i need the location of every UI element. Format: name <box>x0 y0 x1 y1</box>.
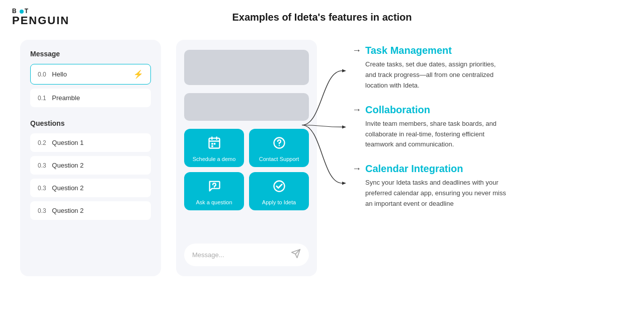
feature-task-management-desc: Create tasks, set due dates, assign prio… <box>365 59 506 91</box>
question-id-2: 0.3 <box>38 162 46 169</box>
question-item-1[interactable]: 0.2 Question 1 <box>30 133 151 152</box>
main-content: Message 0.0 Hello ⚡ 0.1 Preamble <box>0 35 644 281</box>
feature-calendar-desc: Sync your Ideta tasks and deadlines with… <box>365 178 506 209</box>
message-item-hello[interactable]: 0.0 Hello ⚡ <box>30 64 151 85</box>
message-item-inner-preamble: 0.1 Preamble <box>38 94 143 102</box>
chat-question-icon <box>207 179 221 196</box>
chat-text-placeholder <box>184 93 309 121</box>
item-label-hello: Hello <box>52 70 67 78</box>
question-id-4: 0.3 <box>38 207 46 214</box>
message-item-inner: 0.0 Hello ⚡ <box>38 69 143 79</box>
question-label-1: Question 1 <box>52 139 84 146</box>
questions-list: 0.2 Question 1 0.3 Question 2 0.3 Questi… <box>30 133 151 220</box>
logo-wrapper: BT PENGUIN <box>12 8 69 27</box>
feature-collaboration-desc: Invite team members, share task boards, … <box>365 119 506 150</box>
arrow-icon-3: → <box>352 164 361 174</box>
chat-btn-schedule-demo[interactable]: Schedule a demo <box>184 129 244 167</box>
logo-area: BT PENGUIN <box>12 8 69 27</box>
svg-point-8 <box>278 145 279 146</box>
page-title-area: Examples of Ideta's features in action <box>232 12 412 23</box>
chat-btn-apply-ideta[interactable]: Apply to Ideta <box>249 172 309 210</box>
question-id-1: 0.2 <box>38 139 46 146</box>
right-section: → Task Management Create tasks, set due … <box>332 40 624 222</box>
feature-calendar-integration: → Calendar Integration Sync your Ideta t… <box>352 163 624 209</box>
svg-rect-5 <box>213 143 215 145</box>
feature-calendar-title: → Calendar Integration <box>352 163 624 175</box>
page-title: Examples of Ideta's features in action <box>232 12 412 23</box>
message-item-preamble[interactable]: 0.1 Preamble <box>30 89 151 107</box>
ask-question-label: Ask a question <box>196 199 232 205</box>
lightning-icon: ⚡ <box>133 69 143 79</box>
apply-ideta-label: Apply to Ideta <box>262 199 296 205</box>
question-item-2[interactable]: 0.3 Question 2 <box>30 156 151 175</box>
schedule-demo-label: Schedule a demo <box>193 156 236 162</box>
chat-buttons-grid: Schedule a demo Contact Support <box>184 129 309 210</box>
questions-section: Questions 0.2 Question 1 0.3 Question 2 … <box>30 119 151 220</box>
feature-collaboration: → Collaboration Invite team members, sha… <box>352 104 624 150</box>
svg-rect-6 <box>211 145 213 147</box>
chat-btn-ask-question[interactable]: Ask a question <box>184 172 244 210</box>
send-icon <box>291 249 301 261</box>
question-circle-icon <box>272 136 286 153</box>
message-section-label: Message <box>30 50 151 58</box>
question-label-3: Question 2 <box>52 184 84 192</box>
question-item-4[interactable]: 0.3 Question 2 <box>30 201 151 220</box>
logo-penguin-text: PENGUIN <box>12 15 69 27</box>
chat-input-area[interactable]: Message... <box>184 244 309 266</box>
middle-panel: Schedule a demo Contact Support <box>176 40 317 276</box>
item-label-preamble: Preamble <box>52 94 80 102</box>
header: BT PENGUIN Examples of Ideta's features … <box>0 0 644 35</box>
question-id-3: 0.3 <box>38 185 46 192</box>
feature-collaboration-title: → Collaboration <box>352 104 624 116</box>
chat-image-placeholder <box>184 50 309 85</box>
question-item-3[interactable]: 0.3 Question 2 <box>30 179 151 197</box>
question-label-4: Question 2 <box>52 207 84 214</box>
feature-task-management: → Task Management Create tasks, set due … <box>352 45 624 91</box>
item-id-preamble: 0.1 <box>38 95 46 102</box>
right-panel: → Task Management Create tasks, set due … <box>332 40 624 222</box>
arrow-icon-2: → <box>352 105 361 115</box>
svg-point-9 <box>214 187 215 188</box>
chat-input-placeholder: Message... <box>192 251 224 259</box>
calendar-icon <box>207 136 221 153</box>
feature-task-management-title: → Task Management <box>352 45 624 56</box>
questions-section-label: Questions <box>30 119 151 127</box>
contact-support-label: Contact Support <box>259 156 299 162</box>
logo-dot-icon <box>20 10 24 14</box>
message-list: 0.0 Hello ⚡ 0.1 Preamble <box>30 64 151 107</box>
question-label-2: Question 2 <box>52 162 84 169</box>
svg-rect-4 <box>211 143 213 145</box>
item-id: 0.0 <box>38 71 46 78</box>
arrow-icon-1: → <box>352 45 361 56</box>
checkmark-icon <box>272 179 286 196</box>
chat-btn-contact-support[interactable]: Contact Support <box>249 129 309 167</box>
left-panel: Message 0.0 Hello ⚡ 0.1 Preamble <box>20 40 161 276</box>
